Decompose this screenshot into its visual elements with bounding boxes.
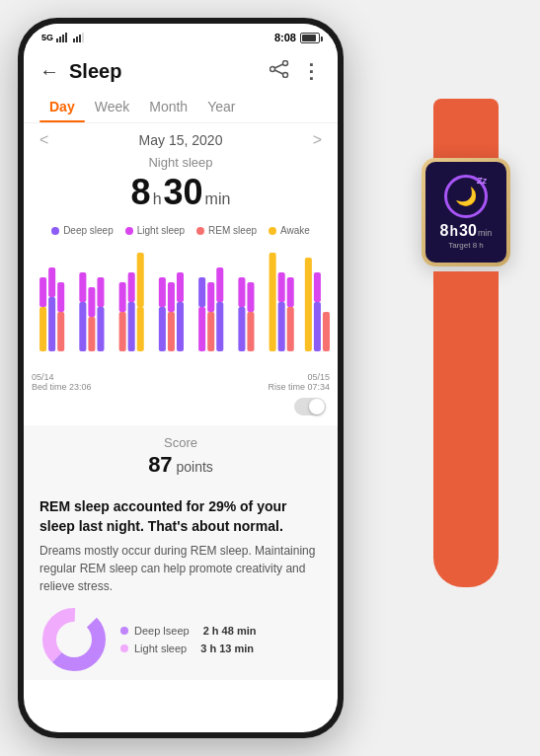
svg-rect-31 xyxy=(159,307,166,351)
watch-colon: h xyxy=(450,223,459,239)
svg-rect-24 xyxy=(97,277,104,307)
svg-rect-54 xyxy=(314,272,321,302)
tab-month[interactable]: Month xyxy=(139,91,197,122)
svg-point-8 xyxy=(283,61,288,66)
svg-rect-16 xyxy=(48,267,55,297)
svg-rect-41 xyxy=(216,302,223,351)
svg-rect-40 xyxy=(207,282,214,312)
svg-rect-13 xyxy=(39,307,46,351)
svg-rect-3 xyxy=(65,33,67,42)
svg-rect-21 xyxy=(88,317,95,351)
svg-rect-38 xyxy=(198,277,205,307)
header: ← Sleep ⋮ xyxy=(24,51,338,91)
light-sleep-dot xyxy=(125,227,133,235)
svg-rect-15 xyxy=(48,297,55,351)
rem-sleep-dot xyxy=(196,227,204,235)
battery-icon xyxy=(300,33,320,43)
status-right: 8:08 xyxy=(274,32,320,43)
svg-rect-44 xyxy=(238,277,245,307)
prev-date-button[interactable]: < xyxy=(39,131,48,149)
svg-rect-35 xyxy=(177,302,184,351)
svg-rect-51 xyxy=(287,277,294,307)
pie-section: Deep lseep 2 h 48 min Light sleep 3 h 13… xyxy=(24,595,338,680)
sleep-legend: Deep sleep Light sleep REM sleep Awake xyxy=(24,221,338,242)
svg-rect-7 xyxy=(82,33,84,42)
pie-light-label: Light sleep xyxy=(134,643,187,654)
info-highlight: REM sleep accounted for 29% of your slee… xyxy=(39,497,322,536)
current-date: May 15, 2020 xyxy=(139,132,223,148)
share-icon[interactable] xyxy=(270,60,289,82)
chart-timeline: 05/14 Bed time 23:06 05/15 Rise time 07:… xyxy=(24,370,338,394)
legend-awake: Awake xyxy=(269,225,310,236)
tab-year[interactable]: Year xyxy=(197,91,245,122)
sleep-summary: Night sleep 8 h 30 min xyxy=(24,151,338,221)
svg-rect-2 xyxy=(62,35,64,42)
svg-rect-37 xyxy=(198,307,205,351)
svg-rect-47 xyxy=(270,253,276,351)
tabs: Day Week Month Year xyxy=(24,91,338,123)
svg-line-11 xyxy=(274,64,282,68)
svg-rect-6 xyxy=(79,35,81,42)
rise-date: 05/15 xyxy=(268,372,330,382)
pie-deep-dot xyxy=(120,627,128,635)
watch-sleep-icon: Zz 🌙 xyxy=(444,175,488,218)
svg-rect-43 xyxy=(238,307,245,351)
score-value: 87 points xyxy=(39,452,322,478)
phone: 5G 8:08 xyxy=(18,18,344,738)
toggle-button[interactable] xyxy=(294,398,326,416)
svg-rect-42 xyxy=(216,267,223,302)
svg-point-9 xyxy=(270,67,275,72)
svg-point-10 xyxy=(283,73,288,78)
svg-rect-27 xyxy=(128,302,135,351)
svg-rect-45 xyxy=(247,312,254,351)
scene: 5G 8:08 xyxy=(0,0,540,756)
legend-rem-sleep: REM sleep xyxy=(196,225,257,236)
timeline-right: 05/15 Rise time 07:34 xyxy=(268,372,330,392)
tab-day[interactable]: Day xyxy=(39,91,85,122)
phone-screen: 5G 8:08 xyxy=(24,24,338,732)
svg-rect-46 xyxy=(247,282,254,312)
info-body: Dreams mostly occur during REM sleep. Ma… xyxy=(39,542,322,595)
svg-rect-17 xyxy=(57,312,64,351)
svg-rect-0 xyxy=(56,38,58,42)
svg-rect-26 xyxy=(119,282,126,312)
moon-icon: 🌙 xyxy=(455,186,477,207)
svg-point-58 xyxy=(58,624,90,655)
sleep-chart xyxy=(24,242,338,370)
strap-top xyxy=(433,99,499,163)
svg-rect-39 xyxy=(207,312,214,351)
svg-rect-33 xyxy=(168,312,175,351)
deep-sleep-label: Deep sleep xyxy=(63,225,114,236)
watch-time: 8 h 30 min xyxy=(440,222,493,240)
svg-rect-23 xyxy=(97,307,104,351)
light-sleep-label: Light sleep xyxy=(137,225,185,236)
pie-deep-sleep: Deep lseep 2 h 48 min xyxy=(120,625,256,637)
header-icons: ⋮ xyxy=(270,59,322,83)
svg-rect-53 xyxy=(314,302,321,351)
svg-rect-14 xyxy=(39,277,46,307)
time-display: 8:08 xyxy=(274,32,296,43)
rise-time: Rise time 07:34 xyxy=(268,382,330,392)
svg-line-12 xyxy=(274,70,282,74)
awake-label: Awake xyxy=(280,225,310,236)
signal-text: 5G xyxy=(41,33,53,42)
sleep-chart-svg xyxy=(32,248,330,356)
next-date-button[interactable]: > xyxy=(313,131,322,149)
score-section: Score 87 points xyxy=(24,425,338,488)
svg-rect-32 xyxy=(159,277,166,307)
status-left: 5G xyxy=(41,33,87,42)
back-button[interactable]: ← xyxy=(39,60,59,83)
pie-light-dot xyxy=(120,644,128,652)
more-icon[interactable]: ⋮ xyxy=(301,59,322,83)
tab-week[interactable]: Week xyxy=(85,91,140,122)
bed-time: Bed time 23:06 xyxy=(32,382,92,392)
signal2-icon xyxy=(73,33,87,42)
svg-rect-55 xyxy=(323,312,330,351)
svg-rect-28 xyxy=(128,272,135,302)
smartwatch: Zz 🌙 8 h 30 min Target 8 h xyxy=(402,99,530,592)
sleep-duration: 8 h 30 min xyxy=(24,172,338,213)
svg-rect-18 xyxy=(57,282,64,312)
svg-rect-36 xyxy=(177,272,184,302)
legend-light-sleep: Light sleep xyxy=(125,225,185,236)
svg-rect-22 xyxy=(88,287,95,317)
